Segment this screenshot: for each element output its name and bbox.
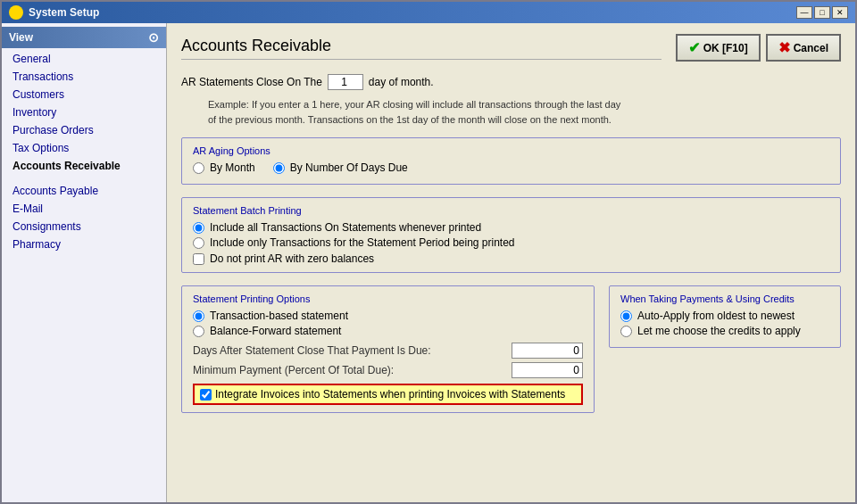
payment-choose-label: Let me choose the credits to apply: [637, 325, 801, 337]
aging-option-by-month: By Month: [193, 161, 255, 174]
sidebar-header-arrow: ⊙: [148, 30, 159, 45]
days-after-label: Days After Statement Close That Payment …: [193, 344, 512, 357]
sidebar-item-consignments[interactable]: Consignments: [2, 218, 166, 235]
print-options-box: Statement Printing Options Transaction-b…: [181, 285, 595, 413]
sidebar-item-inventory[interactable]: Inventory: [2, 103, 166, 121]
days-after-field: Days After Statement Close That Payment …: [193, 343, 583, 359]
x-icon: ✖: [778, 39, 790, 56]
check-icon: ✔: [688, 39, 700, 56]
sidebar-item-purchase-orders[interactable]: Purchase Orders: [2, 121, 166, 139]
batch-radio-include-all[interactable]: [193, 222, 204, 234]
content-area: View ⊙ General Transactions Customers In…: [2, 23, 855, 502]
ar-close-label-before: AR Statements Close On The: [181, 76, 322, 88]
header-buttons: ✔ OK [F10] ✖ Cancel: [676, 34, 841, 62]
payment-options-box: When Taking Payments & Using Credits Aut…: [609, 285, 841, 348]
payment-radio-auto[interactable]: [620, 310, 632, 322]
ok-button[interactable]: ✔ OK [F10]: [676, 34, 761, 62]
aging-by-days-label: By Number Of Days Due: [290, 161, 408, 174]
main-header: Accounts Receivable ✔ OK [F10] ✖ Cancel: [181, 34, 841, 62]
statement-batch-section: Statement Batch Printing Include all Tra…: [181, 197, 841, 273]
batch-radio-include-period[interactable]: [193, 237, 204, 249]
payment-auto-label: Auto-Apply from oldest to newest: [637, 310, 795, 322]
print-balance-forward: Balance-Forward statement: [193, 325, 583, 337]
sidebar-header: View ⊙: [2, 27, 166, 48]
print-balance-label: Balance-Forward statement: [210, 325, 341, 337]
integrate-invoices-checkbox[interactable]: [200, 389, 212, 401]
title-bar: System Setup — □ ✕: [2, 2, 855, 23]
sidebar-item-pharmacy[interactable]: Pharmacy: [2, 235, 166, 253]
sidebar-divider: [2, 175, 166, 182]
payment-choose-credits: Let me choose the credits to apply: [620, 325, 829, 337]
days-after-input[interactable]: [512, 343, 583, 359]
lower-sections: Statement Printing Options Transaction-b…: [181, 285, 841, 426]
ar-close-input[interactable]: [328, 74, 363, 90]
aging-option-by-days: By Number Of Days Due: [273, 161, 408, 174]
batch-no-zero-label: Do not print AR with zero balances: [210, 252, 374, 265]
close-button[interactable]: ✕: [832, 6, 848, 19]
sidebar-item-tax-options[interactable]: Tax Options: [2, 139, 166, 157]
batch-include-all: Include all Transactions On Statements w…: [193, 221, 829, 234]
aging-radio-by-month[interactable]: [193, 162, 204, 174]
main-content: Accounts Receivable ✔ OK [F10] ✖ Cancel …: [167, 23, 855, 502]
batch-include-period-label: Include only Transactions for the Statem…: [210, 236, 515, 249]
sidebar: View ⊙ General Transactions Customers In…: [2, 23, 167, 502]
sidebar-item-general[interactable]: General: [2, 50, 166, 68]
print-options-section: Statement Printing Options Transaction-b…: [181, 285, 595, 426]
window-icon: [9, 5, 23, 20]
min-payment-input[interactable]: [512, 362, 583, 378]
cancel-button[interactable]: ✖ Cancel: [766, 34, 841, 62]
system-setup-window: System Setup — □ ✕ View ⊙ General Transa…: [0, 0, 857, 504]
payment-options-section: When Taking Payments & Using Credits Aut…: [609, 285, 841, 426]
integrate-invoices-row: Integrate Invoices into Statements when …: [193, 384, 583, 405]
title-bar-controls: — □ ✕: [796, 6, 848, 19]
ar-close-row: AR Statements Close On The day of month.: [181, 74, 841, 90]
batch-checkbox-no-zero[interactable]: [193, 253, 204, 265]
min-payment-field: Minimum Payment (Percent Of Total Due):: [193, 362, 583, 378]
window-title: System Setup: [29, 6, 99, 19]
ok-label: OK [F10]: [703, 42, 748, 54]
print-radio-balance[interactable]: [193, 326, 204, 337]
sidebar-item-accounts-payable[interactable]: Accounts Payable: [2, 182, 166, 200]
min-payment-label: Minimum Payment (Percent Of Total Due):: [193, 364, 512, 376]
batch-include-period: Include only Transactions for the Statem…: [193, 236, 829, 249]
payment-options-title: When Taking Payments & Using Credits: [620, 293, 829, 304]
print-options-title: Statement Printing Options: [193, 293, 583, 304]
sidebar-item-accounts-receivable[interactable]: Accounts Receivable: [2, 157, 166, 175]
aging-radio-by-days[interactable]: [273, 162, 285, 174]
example-text: Example: If you enter a 1 here, your AR …: [208, 97, 841, 127]
payment-radio-choose[interactable]: [620, 326, 632, 337]
sidebar-item-email[interactable]: E-Mail: [2, 200, 166, 218]
integrate-invoices-label: Integrate Invoices into Statements when …: [215, 388, 565, 401]
cancel-label: Cancel: [794, 42, 828, 54]
ar-aging-section: AR Aging Options By Month By Number Of D…: [181, 137, 841, 185]
minimize-button[interactable]: —: [796, 6, 812, 19]
batch-no-zero: Do not print AR with zero balances: [193, 252, 829, 265]
sidebar-item-transactions[interactable]: Transactions: [2, 68, 166, 86]
ar-aging-title: AR Aging Options: [193, 145, 829, 156]
aging-by-month-label: By Month: [210, 161, 255, 174]
print-radio-transaction[interactable]: [193, 310, 204, 322]
page-title: Accounts Receivable: [181, 37, 661, 60]
ar-close-label-after: day of month.: [369, 76, 434, 88]
maximize-button[interactable]: □: [814, 6, 830, 19]
print-transaction-label: Transaction-based statement: [210, 310, 348, 322]
sidebar-header-label: View: [9, 31, 33, 44]
statement-batch-title: Statement Batch Printing: [193, 205, 829, 216]
batch-include-all-label: Include all Transactions On Statements w…: [210, 221, 481, 234]
sidebar-item-customers[interactable]: Customers: [2, 86, 166, 103]
payment-auto-apply: Auto-Apply from oldest to newest: [620, 310, 829, 322]
print-transaction-based: Transaction-based statement: [193, 310, 583, 322]
